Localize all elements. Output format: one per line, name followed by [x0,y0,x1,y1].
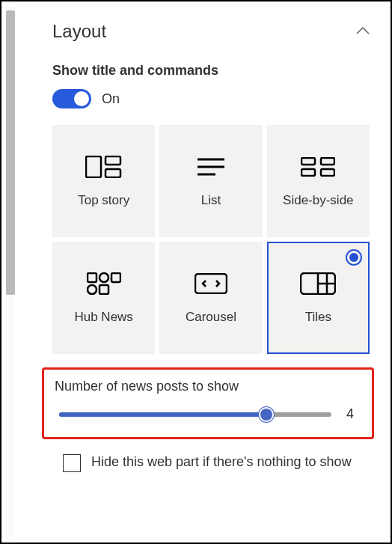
slider-row: 4 [55,406,361,422]
svg-rect-8 [301,169,315,176]
scrollbar-thumb[interactable] [6,10,15,295]
slider-value: 4 [346,406,361,422]
svg-rect-2 [105,169,120,177]
list-icon [197,154,224,180]
chevron-up-icon [356,25,370,38]
svg-point-11 [99,273,108,282]
accordion-header[interactable]: Layout [52,21,370,42]
layout-option-tiles[interactable]: Tiles [267,242,370,354]
layout-grid: Top story List Side-by-side Hub News Car [52,125,370,354]
checkbox-row: Hide this web part if there's nothing to… [52,453,370,472]
tile-label: Hub News [74,310,132,325]
section-title: Layout [52,21,106,42]
svg-rect-6 [301,158,315,165]
tile-label: Side-by-side [283,193,354,208]
top-story-icon [85,154,123,180]
highlight-annotation: Number of news posts to show 4 [42,367,374,439]
svg-rect-7 [321,158,334,165]
svg-point-13 [88,285,97,294]
tile-label: List [201,193,221,208]
tile-label: Top story [78,193,129,208]
layout-option-carousel[interactable]: Carousel [159,242,262,354]
layout-option-hub-news[interactable]: Hub News [52,242,155,354]
svg-rect-0 [86,156,101,177]
tile-label: Tiles [305,310,331,325]
toggle-row: On [52,89,370,109]
carousel-icon [195,271,227,296]
svg-rect-14 [99,285,108,294]
slider-label: Number of news posts to show [55,379,361,394]
layout-option-top-story[interactable]: Top story [52,125,155,237]
toggle-label: Show title and commands [52,63,370,79]
checkbox-label: Hide this web part if there's nothing to… [91,453,352,472]
posts-count-slider[interactable] [59,407,331,422]
radio-selected-icon [346,249,362,266]
side-by-side-icon [301,154,335,180]
tiles-icon [300,271,336,296]
slider-handle[interactable] [259,407,274,422]
svg-rect-12 [111,273,120,282]
svg-rect-9 [321,169,334,176]
layout-panel: Layout Show title and commands On Top st… [22,7,383,537]
layout-option-side-by-side[interactable]: Side-by-side [267,125,370,237]
layout-option-list[interactable]: List [159,125,262,237]
svg-rect-1 [105,156,120,165]
show-title-toggle[interactable] [52,89,91,109]
toggle-state-text: On [102,91,120,107]
svg-rect-10 [88,273,97,282]
tile-label: Carousel [186,310,236,325]
svg-rect-15 [195,274,227,293]
hub-news-icon [87,271,121,296]
hide-empty-checkbox[interactable] [63,454,81,472]
